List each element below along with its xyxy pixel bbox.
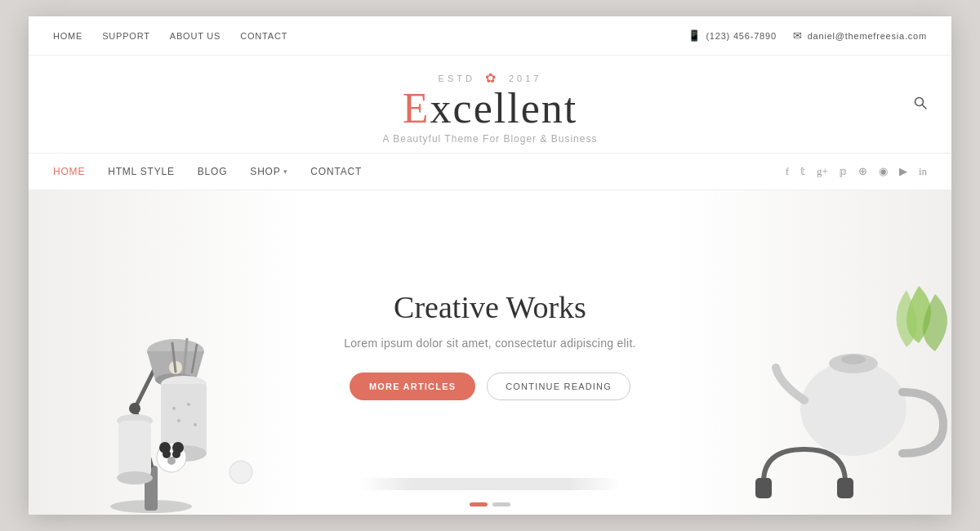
hero-content: Creative Works Lorem ipsum dolor sit ame…: [327, 289, 653, 417]
svg-point-33: [841, 355, 866, 364]
svg-point-26: [167, 457, 176, 465]
svg-rect-34: [755, 478, 772, 498]
logo-tagline: A Beautyful Theme For Bloger & Business: [383, 133, 598, 145]
top-bar-nav: HOME SUPPORT ABOUT US CONTACT: [53, 31, 287, 41]
flower-icon: ✿: [485, 70, 499, 86]
svg-point-25: [172, 450, 180, 458]
main-nav-links: HOME HTML STYLE BLOG SHOP ▾ CONTACT: [53, 166, 362, 177]
dribbble-icon[interactable]: ⊕: [858, 165, 867, 178]
social-icons: f 𝕥 g+ 𝕡 ⊕ ◉ ▶ in: [786, 165, 927, 178]
linkedin-icon[interactable]: in: [919, 165, 927, 178]
instagram-icon[interactable]: ◉: [879, 165, 888, 178]
facebook-icon[interactable]: f: [786, 165, 789, 178]
gplus-icon[interactable]: g+: [817, 165, 828, 178]
more-articles-button[interactable]: MORE ARTICLES: [350, 373, 475, 400]
mainnav-contact[interactable]: CONTACT: [310, 166, 362, 177]
topnav-about[interactable]: ABOUT US: [170, 31, 220, 41]
logo-title: Excellent: [403, 87, 577, 130]
svg-point-16: [187, 403, 190, 406]
phone-number: (123) 456-7890: [706, 31, 776, 41]
search-icon[interactable]: [914, 96, 927, 113]
svg-point-14: [172, 407, 176, 410]
topnav-home[interactable]: HOME: [53, 31, 82, 41]
hero-title: Creative Works: [344, 289, 636, 325]
svg-rect-29: [118, 421, 151, 478]
top-bar: HOME SUPPORT ABOUT US CONTACT 📱 (123) 45…: [29, 16, 951, 56]
twitter-icon[interactable]: 𝕥: [800, 165, 805, 178]
logo-area: ESTD ✿ 2017 Excellent A Beautyful Theme …: [29, 56, 951, 153]
svg-point-6: [129, 403, 140, 414]
browser-window: HOME SUPPORT ABOUT US CONTACT 📱 (123) 45…: [29, 16, 951, 515]
mainnav-home[interactable]: HOME: [53, 166, 85, 177]
svg-line-1: [923, 105, 927, 109]
hero-buttons: MORE ARTICLES CONTINUE READING: [344, 373, 636, 400]
estd-text: ESTD: [439, 74, 475, 83]
mainnav-blog[interactable]: BLOG: [198, 166, 228, 177]
top-bar-contact: 📱 (123) 456-7890 ✉ daniel@themefreesia.c…: [688, 29, 927, 42]
svg-point-27: [229, 461, 252, 484]
mainnav-html-style[interactable]: HTML STYLE: [108, 166, 175, 177]
main-nav: HOME HTML STYLE BLOG SHOP ▾ CONTACT f 𝕥 …: [29, 153, 951, 190]
email-icon: ✉: [793, 29, 803, 42]
svg-rect-35: [837, 478, 853, 498]
mainnav-shop-label: SHOP: [250, 166, 280, 177]
year-text: 2017: [509, 74, 541, 83]
slider-dots: [470, 502, 510, 506]
youtube-icon[interactable]: ▶: [899, 165, 907, 178]
hero-left-decoration: [29, 190, 306, 515]
slider-dot-2[interactable]: [492, 502, 510, 506]
keyboard-hint: [359, 478, 621, 490]
continue-reading-button[interactable]: CONTINUE READING: [487, 373, 630, 400]
slider-dot-1[interactable]: [470, 502, 488, 506]
svg-point-24: [163, 450, 171, 458]
svg-point-15: [177, 419, 180, 422]
hero-section: Creative Works Lorem ipsum dolor sit ame…: [29, 190, 951, 515]
mainnav-shop[interactable]: SHOP ▾: [250, 166, 287, 177]
email-address: daniel@themefreesia.com: [808, 31, 927, 41]
chevron-down-icon: ▾: [283, 167, 288, 176]
phone-icon: 📱: [688, 29, 702, 42]
topnav-contact[interactable]: CONTACT: [240, 31, 287, 41]
email-info: ✉ daniel@themefreesia.com: [793, 29, 927, 42]
svg-point-31: [800, 361, 906, 456]
hero-subtitle: Lorem ipsum dolor sit amet, consectetur …: [344, 337, 636, 350]
topnav-support[interactable]: SUPPORT: [102, 31, 150, 41]
logo-first-letter: E: [403, 85, 430, 132]
hero-right-decoration: [739, 190, 951, 515]
svg-point-30: [117, 471, 153, 484]
pinterest-icon[interactable]: 𝕡: [840, 165, 847, 178]
phone-info: 📱 (123) 456-7890: [688, 29, 777, 42]
svg-point-17: [194, 423, 197, 426]
estd-line: ESTD ✿ 2017: [439, 70, 542, 86]
logo-rest: xcellent: [430, 85, 578, 132]
